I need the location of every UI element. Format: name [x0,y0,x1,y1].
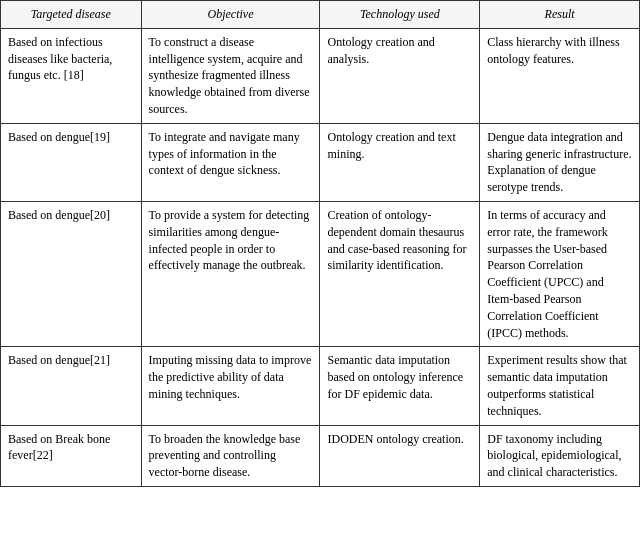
cell-disease: Based on dengue[19] [1,123,142,201]
table-row: Based on Break bone fever[22]To broaden … [1,425,640,486]
header-disease: Targeted disease [1,1,142,29]
cell-objective: To broaden the knowledge base preventing… [141,425,320,486]
cell-result: Class hierarchy with illness ontology fe… [480,28,640,123]
cell-disease: Based on infectious diseases like bacter… [1,28,142,123]
cell-result: Dengue data integration and sharing gene… [480,123,640,201]
cell-result: Experiment results show that semantic da… [480,347,640,425]
cell-result: In terms of accuracy and error rate, the… [480,201,640,346]
cell-disease: Based on dengue[21] [1,347,142,425]
cell-objective: Imputing missing data to improve the pre… [141,347,320,425]
header-objective: Objective [141,1,320,29]
cell-technology: IDODEN ontology creation. [320,425,480,486]
header-technology: Technology used [320,1,480,29]
cell-disease: Based on dengue[20] [1,201,142,346]
cell-objective: To integrate and navigate many types of … [141,123,320,201]
cell-disease: Based on Break bone fever[22] [1,425,142,486]
table-row: Based on dengue[20]To provide a system f… [1,201,640,346]
cell-result: DF taxonomy including biological, epidem… [480,425,640,486]
cell-technology: Semantic data imputation based on ontolo… [320,347,480,425]
cell-technology: Creation of ontology-dependent domain th… [320,201,480,346]
cell-objective: To provide a system for detecting simila… [141,201,320,346]
table-row: Based on infectious diseases like bacter… [1,28,640,123]
table-row: Based on dengue[19]To integrate and navi… [1,123,640,201]
header-result: Result [480,1,640,29]
cell-technology: Ontology creation and text mining. [320,123,480,201]
cell-technology: Ontology creation and analysis. [320,28,480,123]
cell-objective: To construct a disease intelligence syst… [141,28,320,123]
table-row: Based on dengue[21]Imputing missing data… [1,347,640,425]
